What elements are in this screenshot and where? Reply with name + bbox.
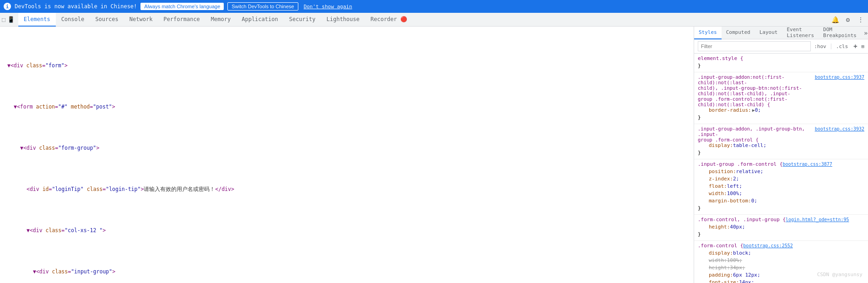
tab-console[interactable]: Console	[56, 13, 90, 27]
style-origin[interactable]: bootstrap.css:3877	[782, 162, 832, 167]
style-value: table-cell;	[733, 142, 766, 148]
style-prop-line: width: 100%;	[701, 190, 864, 198]
style-selector: element.style {	[698, 55, 743, 61]
style-prop-line: display: table-cell;	[701, 142, 864, 150]
style-selector-line: .input-group-addon, .input-group-btn, .i…	[698, 126, 864, 142]
style-close-line: }	[698, 150, 864, 157]
style-prop-line: z-index: 2;	[701, 176, 864, 183]
style-value: left;	[727, 183, 742, 189]
style-selector: .input-group .form-control {	[698, 161, 782, 167]
tab-event-listeners[interactable]: Event Listeners	[782, 27, 819, 39]
notification-icon[interactable]: 🔔	[830, 14, 841, 25]
style-property: padding:	[709, 272, 733, 278]
tab-performance[interactable]: Performance	[158, 13, 205, 27]
style-prop-line: width: 100%;	[701, 257, 864, 265]
html-line[interactable]: <div id="loginTip" class="login-tip">请输入…	[0, 185, 694, 193]
style-selector-line: .input-group .form-control { bootstrap.c…	[698, 161, 864, 169]
tab-styles[interactable]: Styles	[694, 27, 722, 39]
tab-layout[interactable]: Layout	[755, 27, 782, 39]
html-line[interactable]: ▼<form action="#" method="post">	[0, 103, 694, 111]
info-icon: i	[4, 3, 11, 10]
style-origin[interactable]: bootstrap.css:3937	[815, 75, 864, 80]
style-value: 34px;	[730, 265, 745, 271]
style-origin[interactable]: bootstrap.css:2552	[743, 243, 793, 248]
style-selector: .form-control, .input-group {	[698, 217, 786, 223]
devtools-tab-bar: ⬚ 📱 Elements Console Sources Network Per…	[0, 13, 868, 27]
style-property: border-radius:	[709, 107, 751, 113]
tab-elements[interactable]: Elements	[18, 13, 56, 27]
tab-sources[interactable]: Sources	[90, 13, 124, 27]
style-origin[interactable]: bootstrap.css:3932	[815, 126, 864, 131]
style-selector-line: element.style {	[698, 55, 864, 63]
info-banner: i DevTools is now available in Chinese! …	[0, 0, 868, 13]
html-line[interactable]: ▼<div class="form">	[0, 61, 694, 70]
style-value: 100%;	[727, 257, 742, 263]
style-close-brace: }	[698, 114, 701, 120]
html-code: ▼<div class="form-group">	[20, 144, 99, 152]
style-close-brace: }	[698, 205, 701, 211]
filter-icon-1[interactable]: ⊞	[861, 44, 864, 49]
style-selector-line: .form-control, .input-group { login.html…	[698, 217, 864, 224]
style-property: height:	[709, 224, 730, 230]
tab-computed[interactable]: Computed	[722, 27, 755, 39]
more-icon[interactable]: ⋮	[855, 14, 866, 25]
style-property: position:	[709, 169, 736, 174]
style-prop-line: font-size: 14px;	[701, 279, 864, 283]
match-language-button[interactable]: Always match Chrome's language	[140, 3, 224, 10]
html-line[interactable]: ▼<div class="form-group">	[0, 144, 694, 152]
style-tab-bar: Styles Computed Layout Event Listeners D…	[694, 27, 868, 39]
tab-more-button[interactable]: »	[861, 29, 868, 37]
devtools-icon-mobile[interactable]: 📱	[7, 16, 15, 23]
style-prop-line: height: 34px;	[701, 265, 864, 272]
style-value: 40px;	[730, 224, 745, 230]
style-property: font-size:	[709, 279, 739, 283]
style-prop-line: height: 40px;	[701, 224, 864, 231]
html-line[interactable]: ▼<div class="col-xs-12 ">	[0, 226, 694, 234]
style-prop-line: border-radius: ▶ 0;	[701, 107, 864, 114]
html-panel: ▼<div class="form"> ▼<form action="#" me…	[0, 27, 694, 283]
dismiss-button[interactable]: Don't show again	[304, 4, 352, 10]
style-property: width:	[709, 190, 727, 196]
styles-panel: Styles Computed Layout Event Listeners D…	[694, 27, 868, 283]
filter-cls-tag[interactable]: .cls	[835, 43, 850, 50]
style-selector: .input-group-addon, .input-group-btn, .i…	[698, 126, 815, 142]
style-prop-line: margin-bottom: 0;	[701, 198, 864, 205]
html-content[interactable]: ▼<div class="form"> ▼<form action="#" me…	[0, 27, 694, 283]
style-value: 2;	[733, 176, 739, 182]
style-value: 6px 12px;	[733, 272, 760, 278]
style-value: 0;	[751, 198, 757, 204]
tab-recorder[interactable]: Recorder 🔴	[365, 13, 413, 27]
style-property: height:	[709, 265, 730, 271]
html-line[interactable]: ▼<div class="input-group">	[0, 267, 694, 276]
tab-application[interactable]: Application	[236, 13, 283, 27]
style-close-brace: }	[698, 150, 701, 156]
style-close-brace: }	[698, 231, 701, 237]
tab-network[interactable]: Network	[124, 13, 158, 27]
style-selector: .input-group-addon:not(:first-child):not…	[698, 74, 815, 107]
tab-security[interactable]: Security	[284, 13, 321, 27]
tab-memory[interactable]: Memory	[205, 13, 236, 27]
style-selector-line: .input-group-addon:not(:first-child):not…	[698, 74, 864, 107]
filter-add-button[interactable]: +	[851, 42, 859, 50]
style-close-line: }	[698, 114, 864, 122]
style-value: 0;	[755, 107, 761, 113]
filter-input[interactable]	[698, 41, 811, 51]
style-selector-line: .form-control { bootstrap.css:2552	[698, 243, 864, 250]
settings-icon[interactable]: ⚙	[842, 14, 853, 25]
html-code: ▼<div class="col-xs-12 ">	[27, 226, 106, 234]
tab-dom-breakpoints[interactable]: DOM Breakpoints	[819, 27, 861, 39]
style-value: 100%;	[727, 190, 742, 196]
style-close-brace: }	[698, 63, 701, 69]
switch-devtools-button[interactable]: Switch DevTools to Chinese	[227, 2, 298, 11]
tab-lighthouse[interactable]: Lighthouse	[321, 13, 365, 27]
style-origin[interactable]: login.html?_ode=sttn:95	[786, 217, 849, 222]
style-rule-4: .form-control, .input-group { login.html…	[694, 215, 868, 241]
styles-content[interactable]: element.style { } .input-group-addon:not…	[694, 54, 868, 283]
style-prop-line: position: relative;	[701, 169, 864, 176]
filter-hov-tag[interactable]: :hov	[813, 43, 828, 50]
html-code: ▼<div class="form">	[7, 61, 68, 70]
devtools-icon-cursor[interactable]: ⬚	[2, 16, 5, 23]
style-prop-line: float: left;	[701, 183, 864, 190]
style-rule-2: .input-group-addon, .input-group-btn, .i…	[694, 124, 868, 159]
style-selector: .form-control {	[698, 243, 743, 249]
